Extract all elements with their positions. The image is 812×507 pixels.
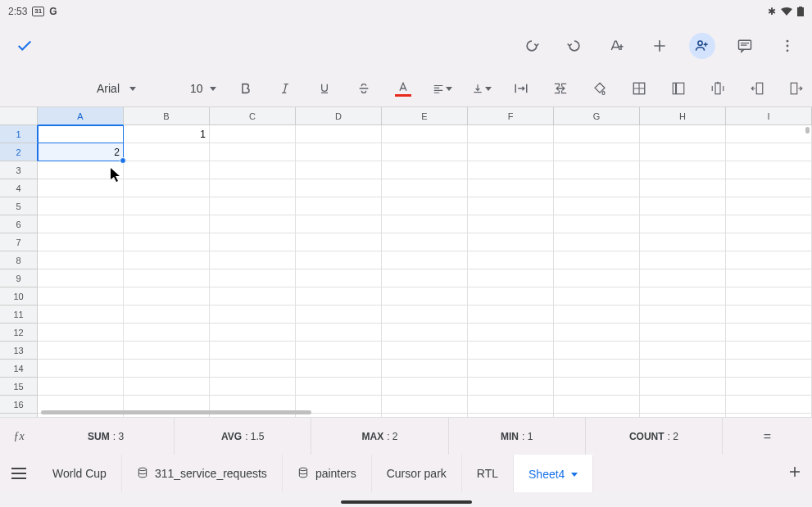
chevron-down-icon[interactable] [571, 473, 578, 477]
cell-E13[interactable] [382, 342, 468, 360]
cell-I13[interactable] [726, 342, 812, 360]
select-all-corner[interactable] [0, 107, 38, 125]
cell-A8[interactable] [38, 251, 124, 269]
comment-button[interactable] [732, 33, 758, 59]
cell-H5[interactable] [640, 197, 726, 215]
text-wrap-button[interactable] [511, 82, 531, 95]
merge-cells-button[interactable] [551, 82, 570, 95]
cell-H3[interactable] [640, 161, 726, 179]
cell-B4[interactable] [124, 179, 210, 197]
cell-H13[interactable] [640, 342, 726, 360]
insert-column-button[interactable] [708, 81, 728, 96]
row-header-16[interactable]: 16 [0, 396, 38, 414]
cell-C12[interactable] [210, 324, 296, 342]
cell-G10[interactable] [554, 287, 640, 306]
cell-D11[interactable] [296, 306, 382, 324]
cell-B10[interactable] [124, 287, 210, 306]
row-header-11[interactable]: 11 [0, 306, 38, 324]
stat-avg[interactable]: AVG: 1.5 [174, 418, 311, 455]
cell-D6[interactable] [296, 215, 382, 233]
undo-button[interactable] [519, 33, 545, 59]
cell-H8[interactable] [640, 251, 726, 269]
cell-A3[interactable] [38, 161, 124, 179]
cell-G6[interactable] [554, 215, 640, 233]
col-header-A[interactable]: A [38, 107, 124, 125]
font-family-select[interactable]: Arial [97, 82, 170, 95]
cell-H10[interactable] [640, 287, 726, 306]
cell-B11[interactable] [124, 306, 210, 324]
cell-A10[interactable] [38, 287, 124, 306]
spreadsheet-grid[interactable]: ABCDEFGHI 1234567891011121314151617 112 [0, 106, 812, 417]
cell-D8[interactable] [296, 251, 382, 269]
cell-D14[interactable] [296, 360, 382, 378]
col-header-F[interactable]: F [468, 107, 554, 125]
row-header-6[interactable]: 6 [0, 215, 38, 233]
sheet-tab-painters[interactable]: painters [283, 455, 372, 492]
cell-H6[interactable] [640, 215, 726, 233]
insert-left-button[interactable] [747, 81, 767, 96]
sheet-tab-world-cup[interactable]: World Cup [38, 455, 122, 492]
cell-H12[interactable] [640, 324, 726, 342]
cell-H1[interactable] [640, 125, 726, 143]
sheet-tab-cursor-park[interactable]: Cursor park [372, 455, 462, 492]
row-header-13[interactable]: 13 [0, 342, 38, 360]
stat-sum[interactable]: SUM: 3 [38, 418, 174, 455]
cell-D4[interactable] [296, 179, 382, 197]
cell-H4[interactable] [640, 179, 726, 197]
cell-H15[interactable] [640, 378, 726, 396]
row-header-3[interactable]: 3 [0, 161, 38, 179]
cell-I9[interactable] [726, 269, 812, 287]
cell-B12[interactable] [124, 324, 210, 342]
bold-button[interactable] [236, 82, 256, 95]
cell-C10[interactable] [210, 287, 296, 306]
cell-B7[interactable] [124, 233, 210, 251]
cell-D5[interactable] [296, 197, 382, 215]
cell-C4[interactable] [210, 179, 296, 197]
cell-E12[interactable] [382, 324, 468, 342]
cell-D10[interactable] [296, 287, 382, 306]
confirm-button[interactable] [11, 33, 38, 59]
cell-E3[interactable] [382, 161, 468, 179]
cell-F3[interactable] [468, 161, 554, 179]
cell-A2[interactable]: 2 [38, 143, 124, 161]
insert-button[interactable] [646, 33, 673, 59]
cell-A1[interactable]: 1 [38, 125, 124, 143]
vertical-scrollbar[interactable] [805, 127, 810, 134]
cell-G15[interactable] [554, 378, 640, 396]
cell-D13[interactable] [296, 342, 382, 360]
cell-E2[interactable] [382, 143, 468, 161]
row-header-10[interactable]: 10 [0, 287, 38, 306]
row-header-2[interactable]: 2 [0, 143, 38, 161]
cell-B1[interactable]: 1 [124, 125, 210, 143]
stat-min[interactable]: MIN: 1 [448, 418, 585, 455]
cell-G13[interactable] [554, 342, 640, 360]
cell-I8[interactable] [726, 251, 812, 269]
cell-G5[interactable] [554, 197, 640, 215]
cell-I7[interactable] [726, 233, 812, 251]
cell-B6[interactable] [124, 215, 210, 233]
cell-I15[interactable] [726, 378, 812, 396]
cell-F10[interactable] [468, 287, 554, 306]
cell-I12[interactable] [726, 324, 812, 342]
horizontal-align-button[interactable] [433, 82, 452, 95]
borders-button[interactable] [629, 81, 649, 96]
cell-C6[interactable] [210, 215, 296, 233]
cell-E15[interactable] [382, 378, 468, 396]
formula-equals-button[interactable]: = [722, 418, 812, 455]
cell-F7[interactable] [468, 233, 554, 251]
cell-B14[interactable] [124, 360, 210, 378]
cell-H9[interactable] [640, 269, 726, 287]
vertical-align-button[interactable] [472, 82, 492, 95]
cell-B15[interactable] [124, 378, 210, 396]
cell-F13[interactable] [468, 342, 554, 360]
cell-B9[interactable] [124, 269, 210, 287]
cell-E1[interactable] [382, 125, 468, 143]
sheet-tab-311-service-requests[interactable]: 311_service_requests [122, 455, 283, 492]
cell-G8[interactable] [554, 251, 640, 269]
row-header-7[interactable]: 7 [0, 233, 38, 251]
cell-C11[interactable] [210, 306, 296, 324]
underline-button[interactable] [315, 82, 334, 95]
cell-A13[interactable] [38, 342, 124, 360]
strikethrough-button[interactable] [354, 82, 374, 95]
more-menu-button[interactable] [774, 33, 801, 59]
